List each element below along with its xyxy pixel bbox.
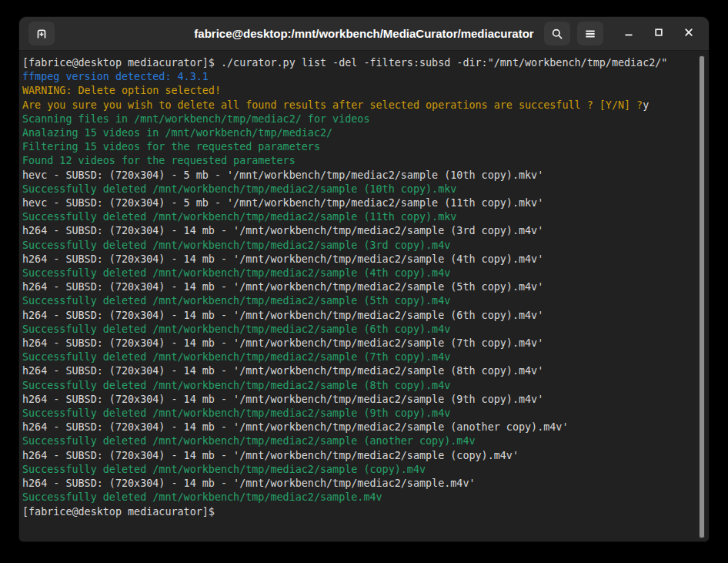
terminal-window: fabrice@desktop:/mnt/workbench/MediaCura… — [19, 17, 709, 541]
line-suffix: y — [643, 99, 649, 111]
terminal-line: Successfully deleted /mnt/workbench/tmp/… — [22, 323, 695, 337]
terminal-line: [fabrice@desktop mediacurator]$ — [22, 505, 695, 519]
line-text: Scanning files in /mnt/workbench/tmp/med… — [22, 113, 369, 125]
line-text: Are you sure you wish to delete all foun… — [22, 99, 643, 111]
line-text: hevc - SUBSD: (720x304) - 5 mb - '/mnt/w… — [22, 169, 543, 181]
line-text: [fabrice@desktop mediacurator]$ ./curato… — [22, 57, 667, 69]
line-text: Successfully deleted /mnt/workbench/tmp/… — [22, 183, 456, 195]
terminal-line: Successfully deleted /mnt/workbench/tmp/… — [22, 210, 695, 224]
terminal-line: Scanning files in /mnt/workbench/tmp/med… — [22, 112, 695, 126]
line-text: Successfully deleted /mnt/workbench/tmp/… — [22, 267, 450, 279]
line-text: h264 - SUBSD: (720x304) - 14 mb - '/mnt/… — [22, 337, 543, 349]
close-button[interactable] — [678, 22, 700, 45]
terminal-line: Successfully deleted /mnt/workbench/tmp/… — [22, 463, 695, 477]
close-icon — [683, 26, 695, 41]
line-text: Analazing 15 videos in /mnt/workbench/tm… — [22, 127, 332, 139]
line-text: h264 - SUBSD: (720x304) - 14 mb - '/mnt/… — [22, 310, 543, 321]
minimize-button[interactable] — [618, 22, 640, 45]
line-text: Successfully deleted /mnt/workbench/tmp/… — [22, 295, 450, 307]
terminal-line: h264 - SUBSD: (720x304) - 14 mb - '/mnt/… — [22, 253, 695, 266]
search-icon — [551, 28, 563, 40]
terminal-line: Analazing 15 videos in /mnt/workbench/tm… — [22, 126, 695, 140]
terminal-line: h264 - SUBSD: (720x304) - 14 mb - '/mnt/… — [22, 449, 695, 463]
terminal-output[interactable]: [fabrice@desktop mediacurator]$ ./curato… — [19, 51, 709, 541]
terminal-line: h264 - SUBSD: (720x304) - 14 mb - '/mnt/… — [22, 309, 695, 323]
terminal-line: h264 - SUBSD: (720x304) - 14 mb - '/mnt/… — [22, 421, 695, 434]
terminal-line: Successfully deleted /mnt/workbench/tmp/… — [22, 183, 695, 196]
terminal-line: Successfully deleted /mnt/workbench/tmp/… — [22, 294, 695, 308]
search-button[interactable] — [544, 22, 570, 45]
line-text: h264 - SUBSD: (720x304) - 14 mb - '/mnt/… — [22, 421, 568, 433]
terminal-line: Successfully deleted /mnt/workbench/tmp/… — [22, 266, 695, 280]
line-text: h264 - SUBSD: (720x304) - 14 mb - '/mnt/… — [22, 394, 543, 405]
line-text: Successfully deleted /mnt/workbench/tmp/… — [22, 464, 426, 475]
terminal-line: Successfully deleted /mnt/workbench/tmp/… — [22, 350, 695, 364]
line-text: Successfully deleted /mnt/workbench/tmp/… — [22, 351, 450, 363]
line-text: Successfully deleted /mnt/workbench/tmp/… — [22, 491, 382, 503]
headerbar-left — [28, 22, 55, 45]
line-text: ffmpeg version detected: 4.3.1 — [22, 71, 209, 82]
terminal-line: hevc - SUBSD: (720x304) - 5 mb - '/mnt/w… — [22, 169, 695, 183]
headerbar-right — [544, 22, 700, 45]
terminal-line: hevc - SUBSD: (720x304) - 5 mb - '/mnt/w… — [22, 196, 695, 210]
headerbar: fabrice@desktop:/mnt/workbench/MediaCura… — [19, 17, 709, 51]
terminal-line: ffmpeg version detected: 4.3.1 — [22, 70, 695, 84]
terminal-line: h264 - SUBSD: (720x304) - 14 mb - '/mnt/… — [22, 224, 695, 238]
terminal-line: [fabrice@desktop mediacurator]$ ./curato… — [22, 56, 695, 70]
terminal-line: h264 - SUBSD: (720x304) - 14 mb - '/mnt/… — [22, 280, 695, 294]
terminal-line: Successfully deleted /mnt/workbench/tmp/… — [22, 379, 695, 393]
line-text: hevc - SUBSD: (720x304) - 5 mb - '/mnt/w… — [22, 197, 543, 209]
terminal-line: WARNING: Delete option selected! — [22, 84, 695, 98]
hamburger-menu-icon — [584, 28, 596, 40]
line-text: h264 - SUBSD: (720x304) - 14 mb - '/mnt/… — [22, 365, 543, 377]
minimize-icon — [623, 26, 635, 41]
terminal-line: Found 12 videos for the requested parame… — [22, 154, 695, 168]
terminal-line: Are you sure you wish to delete all foun… — [22, 99, 695, 112]
new-tab-icon — [35, 28, 48, 40]
terminal-line: Successfully deleted /mnt/workbench/tmp/… — [22, 239, 695, 253]
terminal-line: Successfully deleted /mnt/workbench/tmp/… — [22, 407, 695, 421]
line-text: h264 - SUBSD: (720x304) - 14 mb - '/mnt/… — [22, 450, 519, 461]
line-text: h264 - SUBSD: (720x304) - 14 mb - '/mnt/… — [22, 253, 543, 265]
menu-button[interactable] — [577, 22, 603, 45]
terminal-line: Successfully deleted /mnt/workbench/tmp/… — [22, 434, 695, 448]
line-text: Successfully deleted /mnt/workbench/tmp/… — [22, 211, 456, 223]
line-text: Successfully deleted /mnt/workbench/tmp/… — [22, 240, 450, 251]
terminal-line: h264 - SUBSD: (720x304) - 14 mb - '/mnt/… — [22, 364, 695, 378]
line-text: WARNING: Delete option selected! — [22, 85, 221, 96]
terminal-line: h264 - SUBSD: (720x304) - 14 mb - '/mnt/… — [22, 477, 695, 491]
maximize-icon — [653, 26, 665, 41]
line-text: Successfully deleted /mnt/workbench/tmp/… — [22, 323, 450, 335]
line-text: Successfully deleted /mnt/workbench/tmp/… — [22, 380, 450, 391]
maximize-button[interactable] — [648, 22, 670, 45]
desktop-background: fabrice@desktop:/mnt/workbench/MediaCura… — [0, 0, 728, 563]
terminal-line: Successfully deleted /mnt/workbench/tmp/… — [22, 491, 695, 504]
new-tab-button[interactable] — [28, 22, 55, 45]
line-text: [fabrice@desktop mediacurator]$ — [22, 506, 221, 518]
line-text: Successfully deleted /mnt/workbench/tmp/… — [22, 407, 450, 419]
terminal-line: h264 - SUBSD: (720x304) - 14 mb - '/mnt/… — [22, 337, 695, 350]
line-text: h264 - SUBSD: (720x304) - 14 mb - '/mnt/… — [22, 478, 476, 489]
scrollbar-thumb[interactable] — [699, 55, 705, 538]
line-text: h264 - SUBSD: (720x304) - 14 mb - '/mnt/… — [22, 225, 543, 236]
line-text: h264 - SUBSD: (720x304) - 14 mb - '/mnt/… — [22, 281, 543, 293]
line-text: Found 12 videos for the requested parame… — [22, 155, 296, 166]
terminal-line: h264 - SUBSD: (720x304) - 14 mb - '/mnt/… — [22, 393, 695, 407]
line-text: Successfully deleted /mnt/workbench/tmp/… — [22, 435, 476, 447]
terminal-line: Filtering 15 videos for the requested pa… — [22, 140, 695, 154]
scrollbar[interactable] — [699, 51, 708, 540]
line-text: Filtering 15 videos for the requested pa… — [22, 141, 320, 152]
